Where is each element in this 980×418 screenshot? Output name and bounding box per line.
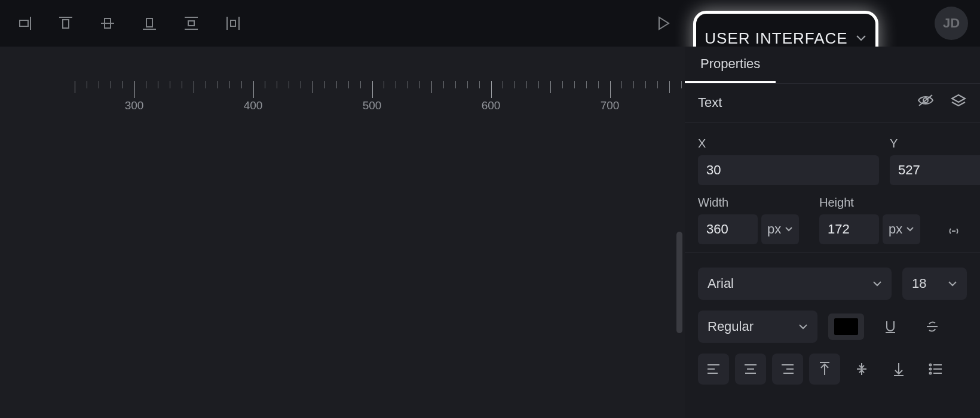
canvas-scrollbar[interactable] [676,232,682,333]
svg-rect-7 [146,19,152,27]
section-font: Arial 18 Regular [685,253,980,393]
svg-rect-10 [188,21,194,26]
svg-rect-3 [63,20,69,28]
x-label: X [698,137,879,150]
text-align-center-icon[interactable] [735,354,766,385]
distribute-vertical-icon[interactable] [179,11,203,35]
strikethrough-icon[interactable] [917,311,948,342]
svg-point-41 [930,368,932,370]
ui-dropdown-label: USER INTERFACE [705,29,847,48]
visibility-off-icon[interactable] [917,93,935,112]
chevron-down-icon [872,280,882,287]
section-text-header: Text [685,84,980,122]
play-icon[interactable] [651,11,675,35]
width-label: Width [698,196,808,210]
link-dimensions-icon[interactable] [941,218,967,244]
ruler: 300400500600700 [0,81,685,117]
y-label: Y [890,137,980,150]
height-label: Height [819,196,930,210]
text-align-left-icon[interactable] [698,354,729,385]
chevron-down-icon [855,34,867,42]
section-position: X Y Width px Height px [685,122,980,253]
chevron-down-icon [798,323,808,330]
section-text-label: Text [698,95,722,110]
toolbar-right: JD [905,7,968,40]
vertical-align-top-icon[interactable] [809,354,840,385]
height-input[interactable] [819,214,879,244]
svg-point-39 [930,364,932,366]
chevron-down-icon [948,280,957,287]
font-color-swatch[interactable] [828,314,864,340]
vertical-align-bottom-icon[interactable] [883,354,914,385]
chevron-down-icon [785,226,793,232]
align-bottom-icon[interactable] [137,11,161,35]
height-unit-select[interactable]: px [883,214,920,244]
svg-rect-1 [20,20,28,26]
font-weight-select[interactable]: Regular [698,311,817,343]
svg-point-43 [930,373,932,374]
tab-properties[interactable]: Properties [685,47,776,83]
layers-icon[interactable] [950,93,967,112]
width-unit-select[interactable]: px [761,214,799,244]
distribute-horizontal-icon[interactable] [221,11,245,35]
properties-panel: Properties Text X Y Width px [685,47,980,418]
canvas[interactable]: 300400500600700 [0,47,685,418]
avatar[interactable]: JD [935,7,968,40]
text-align-right-icon[interactable] [772,354,803,385]
align-vcenter-icon[interactable] [96,11,120,35]
x-input[interactable] [698,155,879,185]
align-tools [12,11,245,35]
list-icon[interactable] [920,354,951,385]
font-family-select[interactable]: Arial [698,268,892,300]
width-input[interactable] [698,214,758,244]
underline-icon[interactable] [875,311,906,342]
chevron-down-icon [906,226,914,232]
y-input[interactable] [890,155,980,185]
align-top-icon[interactable] [54,11,78,35]
font-size-select[interactable]: 18 [902,268,967,300]
vertical-align-middle-icon[interactable] [846,354,877,385]
svg-rect-13 [231,20,235,26]
align-right-icon[interactable] [12,11,36,35]
panel-tabs: Properties [685,47,980,84]
